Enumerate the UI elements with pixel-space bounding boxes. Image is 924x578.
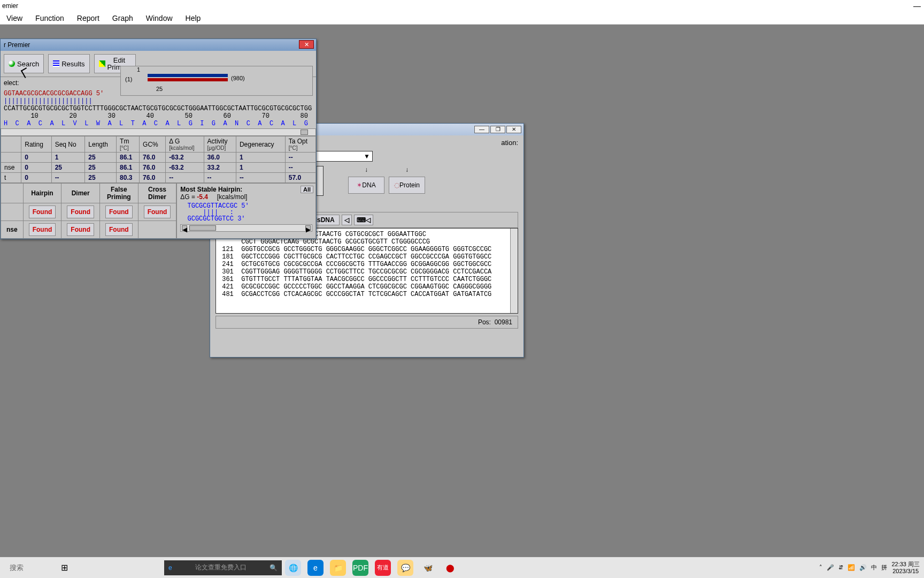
wechat-icon[interactable]: 💬 bbox=[397, 560, 413, 576]
tray-chevron-icon[interactable]: ˄ bbox=[819, 564, 822, 571]
found-button[interactable]: Found bbox=[29, 206, 56, 218]
table-header-row: Rating Seq No Length Tm[°C] GC% Δ G[kcal… bbox=[1, 136, 316, 153]
menu-report[interactable]: Report bbox=[71, 13, 106, 24]
secondary-structure-panel: Hairpin Dimer False Priming Cross Dimer … bbox=[1, 183, 316, 239]
all-button[interactable]: All bbox=[301, 186, 313, 193]
file-explorer-icon[interactable]: 📁 bbox=[330, 560, 346, 576]
table-row[interactable]: 0 1 25 86.1 76.0 -63.2 36.0 1 -- bbox=[1, 153, 316, 163]
menu-view[interactable]: View bbox=[0, 13, 29, 24]
found-button[interactable]: Found bbox=[144, 206, 171, 218]
dna-button[interactable]: ✶ DNA bbox=[348, 177, 384, 194]
pos-value: 00981 bbox=[495, 318, 512, 326]
task-view-icon[interactable]: ⊞ bbox=[61, 562, 68, 573]
window-title: r Premier bbox=[4, 41, 30, 49]
edge-icon[interactable]: e bbox=[307, 560, 324, 576]
app-title: emier bbox=[2, 2, 18, 10]
sequence-text-area[interactable]: CGCT GGTCCTTTGG GCGCTAACTG CGTGCGCGCT GG… bbox=[215, 228, 518, 314]
primer-window-titlebar[interactable]: r Premier ✕ bbox=[1, 39, 316, 51]
speaker-icon[interactable]: ◁ bbox=[342, 215, 352, 225]
dna-icon: ✶ bbox=[357, 181, 362, 189]
app-icon[interactable]: 🦋 bbox=[420, 560, 436, 576]
primer-premier-window: r Premier ✕ Search Results Edit Primers … bbox=[0, 39, 317, 239]
window-minimize-icon[interactable]: — bbox=[913, 0, 921, 12]
tray-mic-icon[interactable]: 🎤 bbox=[827, 564, 834, 571]
chevron-down-icon: ▼ bbox=[364, 153, 370, 160]
pdf-icon[interactable]: PDF bbox=[352, 560, 368, 576]
arrow-down-icon: ↓ bbox=[405, 166, 409, 173]
maximize-icon[interactable]: ❐ bbox=[490, 126, 505, 133]
close-icon[interactable]: ✕ bbox=[506, 126, 521, 133]
table-row[interactable]: t 0 -- 25 80.3 76.0 -- -- -- 57.0 bbox=[1, 173, 316, 183]
protein-icon: ◌ bbox=[394, 181, 399, 189]
tray-clock[interactable]: 22:33 周三 2023/3/15 bbox=[891, 561, 920, 575]
table-row: nse Found Found Found bbox=[1, 221, 176, 239]
hairpin-sequence: TGCGCGTTACCGC 5' |||| : GCGCGCTGGTCC 3' bbox=[180, 201, 312, 224]
taskbar: 搜索 ⊞ e 论文查重免费入口 🔍 🌐 e 📁 PDF 有道 💬 🦋 ⬤ ˄ 🎤… bbox=[0, 557, 924, 578]
scrollbar[interactable]: ◀ ▶ bbox=[180, 224, 312, 232]
results-button[interactable]: Results bbox=[48, 54, 89, 73]
tray-volume-icon[interactable]: 🔊 bbox=[859, 564, 867, 571]
table-row: Found Found Found Found bbox=[1, 203, 176, 221]
menu-window[interactable]: Window bbox=[140, 13, 179, 24]
hairpin-panel: Most Stable Hairpin: All ΔG = -5.4 [kcal… bbox=[176, 183, 316, 239]
taskbar-search-hint[interactable]: 搜索 bbox=[4, 561, 29, 575]
arrow-down-icon: ↓ bbox=[365, 166, 368, 173]
youdao-icon[interactable]: 有道 bbox=[375, 560, 391, 576]
search-icon: 🔍 bbox=[270, 564, 278, 572]
found-button[interactable]: Found bbox=[105, 223, 133, 236]
menu-graph[interactable]: Graph bbox=[106, 13, 140, 24]
tray-sync-icon[interactable]: ⇵ bbox=[838, 564, 843, 571]
menu-help[interactable]: Help bbox=[179, 13, 207, 24]
app-titlebar: emier — bbox=[0, 0, 924, 12]
label-ation: ation: bbox=[501, 139, 518, 147]
record-icon[interactable]: ⬤ bbox=[442, 560, 458, 576]
scrollbar[interactable] bbox=[317, 166, 323, 195]
scrollbar[interactable] bbox=[1, 128, 316, 136]
menu-function[interactable]: Function bbox=[29, 13, 71, 24]
minimize-icon[interactable]: — bbox=[474, 126, 489, 133]
keyboard-icon[interactable]: ⌨◁ bbox=[354, 215, 373, 225]
menubar: View Function Report Graph Window Help bbox=[0, 12, 924, 25]
hairpin-dg-value: -5.4 bbox=[197, 193, 208, 201]
tray-wifi-icon[interactable]: 📶 bbox=[848, 564, 855, 571]
browser-icon[interactable]: 🌐 bbox=[285, 560, 301, 576]
search-icon bbox=[9, 60, 15, 67]
edit-icon bbox=[99, 60, 105, 67]
found-button[interactable]: Found bbox=[105, 206, 133, 218]
ie-icon: e bbox=[168, 564, 172, 572]
search-button[interactable]: Search bbox=[4, 54, 44, 73]
results-icon bbox=[53, 60, 59, 67]
table-row[interactable]: nse 0 25 25 86.1 76.0 -63.2 33.2 1 -- bbox=[1, 163, 316, 173]
position-statusbar: Pos: 00981 bbox=[215, 316, 518, 329]
taskbar-search-box[interactable]: e 论文查重免费入口 🔍 bbox=[164, 560, 282, 575]
structure-table: Hairpin Dimer False Priming Cross Dimer … bbox=[1, 183, 176, 239]
close-icon[interactable]: ✕ bbox=[299, 40, 314, 49]
tray-ime-mode[interactable]: 拼 bbox=[881, 564, 887, 572]
primer-results-table: Rating Seq No Length Tm[°C] GC% Δ G[kcal… bbox=[1, 136, 316, 183]
scrollbar[interactable] bbox=[510, 229, 518, 313]
system-tray: ˄ 🎤 ⇵ 📶 🔊 中 拼 22:33 周三 2023/3/15 bbox=[819, 561, 924, 575]
pos-label: Pos: bbox=[478, 318, 491, 326]
found-button[interactable]: Found bbox=[29, 223, 56, 236]
tray-ime-lang[interactable]: 中 bbox=[871, 564, 877, 572]
found-button[interactable]: Found bbox=[67, 223, 94, 236]
protein-button[interactable]: ◌ Protein bbox=[389, 177, 425, 194]
found-button[interactable]: Found bbox=[67, 206, 94, 218]
sequence-ruler-graphic: 1 (1) (980) 25 bbox=[120, 66, 313, 96]
